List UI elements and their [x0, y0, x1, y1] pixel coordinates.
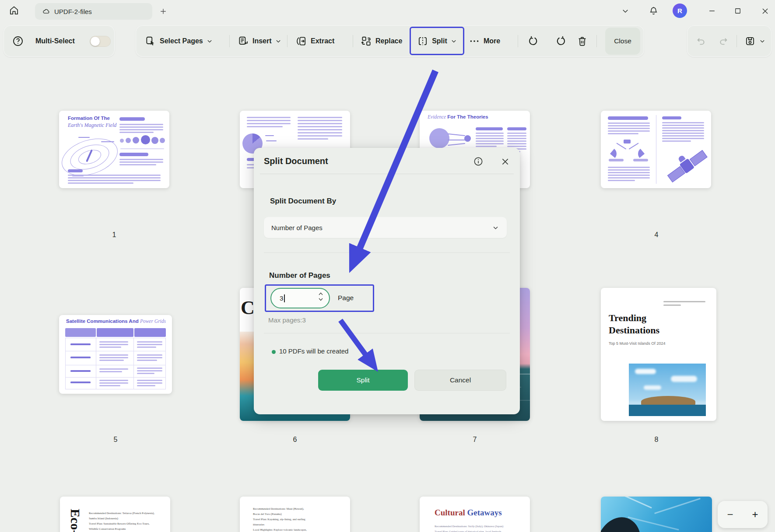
- page6-letter: C: [241, 297, 255, 319]
- cancel-button[interactable]: Cancel: [414, 370, 506, 391]
- insert-button[interactable]: Insert: [238, 26, 281, 56]
- status-text: 10 PDFs will be created: [279, 347, 348, 355]
- status-dot: [272, 350, 276, 354]
- text-caret: [284, 294, 285, 302]
- undo-button[interactable]: [695, 26, 706, 56]
- save-button[interactable]: [744, 26, 756, 56]
- split-by-label: Split Document By: [270, 197, 336, 206]
- toolbar-separator: [353, 35, 353, 47]
- chevron-down-icon: [207, 38, 213, 44]
- page12-photo: [601, 497, 712, 532]
- dialog-divider: [264, 252, 510, 253]
- new-tab-button[interactable]: [157, 5, 170, 18]
- close-window-button[interactable]: [758, 4, 771, 18]
- close-icon: [761, 7, 769, 15]
- home-button[interactable]: [6, 3, 22, 18]
- page-thumbnail-9[interactable]: Eco- Recommended Destinations: Tetiaroa …: [60, 497, 170, 532]
- multi-select-label: Multi-Select: [35, 26, 75, 56]
- redo-icon: [718, 36, 729, 47]
- tab-title: UPDF-2-files: [54, 8, 92, 15]
- page-thumbnail-8[interactable]: Trending Destinations Top 5 Must-Visit I…: [601, 288, 716, 421]
- page-thumbnail-12[interactable]: [601, 497, 712, 532]
- page8-header-line: [663, 301, 705, 302]
- satellite-illustration: [661, 141, 711, 188]
- zoom-controls: − +: [718, 501, 768, 528]
- delete-pages-button[interactable]: [576, 26, 588, 56]
- tabs-dropdown-button[interactable]: [619, 4, 632, 18]
- page-thumbnail-10[interactable]: Recommended Destinations: Maui (Hawaii),…: [240, 497, 350, 532]
- chevron-down-icon: [275, 38, 281, 44]
- rotate-right-button[interactable]: [555, 26, 567, 56]
- cloud-icon: [42, 7, 50, 16]
- page3-title-rest: For The Theories: [447, 114, 488, 119]
- split-confirm-button[interactable]: Split: [318, 370, 408, 391]
- split-by-select[interactable]: Number of Pages: [264, 217, 507, 238]
- maximize-button[interactable]: [731, 4, 744, 18]
- split-icon: [417, 35, 428, 47]
- page-thumbnail-1[interactable]: Formation Of The Earth's Magnetic Field: [59, 111, 169, 188]
- split-label: Split: [432, 37, 447, 45]
- rotate-left-button[interactable]: [527, 26, 539, 56]
- close-tool-button[interactable]: Close: [605, 28, 640, 55]
- zoom-out-button[interactable]: −: [727, 508, 733, 521]
- redo-button[interactable]: [718, 26, 729, 56]
- split-document-dialog: Split Document Split Document By Number …: [254, 148, 520, 414]
- page8-title-line1: Trending: [609, 312, 646, 324]
- save-options-button[interactable]: [759, 26, 765, 56]
- extract-button[interactable]: Extract: [296, 26, 334, 56]
- page10-text: Recommended Destinations: Maui (Hawaii),…: [253, 506, 307, 532]
- avatar[interactable]: R: [673, 4, 687, 18]
- bell-icon: [649, 6, 659, 16]
- right-toolbar-group: [687, 25, 771, 57]
- page11-text: Recommended Destinations: Sicily (Italy)…: [435, 524, 503, 532]
- number-stepper[interactable]: [318, 292, 323, 301]
- toolbar-separator: [736, 35, 737, 47]
- page-label-1: 1: [101, 231, 127, 239]
- page-label-8: 8: [643, 436, 670, 444]
- pages-count-input[interactable]: 3: [270, 288, 330, 308]
- page8-title-line2: Destinations: [609, 325, 659, 336]
- page11-title-blue: Getaways: [467, 508, 501, 517]
- stepper-up-icon[interactable]: [318, 292, 323, 296]
- more-icon: [469, 35, 480, 47]
- dialog-info-button[interactable]: [473, 156, 484, 167]
- dialog-close-button[interactable]: [499, 156, 511, 167]
- page5-title-em: Power Grids: [140, 318, 166, 324]
- page-thumbnail-11[interactable]: Cultural Getaways Recommended Destinatio…: [420, 497, 530, 532]
- chevron-down-icon: [621, 7, 629, 15]
- split-by-selected-value: Number of Pages: [271, 224, 323, 231]
- toolbar-separator: [287, 35, 288, 47]
- pages-count-value: 3: [280, 294, 283, 302]
- document-tab[interactable]: UPDF-2-files: [35, 3, 152, 20]
- toolbar-separator: [596, 35, 597, 47]
- more-button[interactable]: More: [469, 26, 500, 56]
- page3-title-em: Evidence: [428, 114, 446, 119]
- dialog-divider: [260, 174, 514, 174]
- stepper-down-icon[interactable]: [318, 298, 323, 301]
- minimize-button[interactable]: [705, 4, 719, 18]
- extract-label: Extract: [311, 37, 334, 45]
- plus-icon: [159, 7, 168, 16]
- number-of-pages-label: Number of Pages: [269, 271, 330, 280]
- page1-title-line1: Formation Of The: [68, 116, 110, 121]
- left-toolbar-group: Multi-Select: [4, 25, 115, 57]
- select-pages-button[interactable]: Select Pages: [145, 26, 213, 56]
- extract-icon: [296, 35, 307, 47]
- split-button[interactable]: Split: [410, 27, 464, 55]
- insert-label: Insert: [252, 37, 272, 45]
- page-thumbnail-4[interactable]: [601, 111, 711, 188]
- dialog-title: Split Document: [264, 156, 328, 166]
- replace-button[interactable]: Replace: [361, 26, 402, 56]
- multi-select-toggle[interactable]: [90, 36, 111, 47]
- undo-icon: [695, 36, 706, 47]
- page11-title-red: Cultural: [435, 508, 465, 517]
- page-thumbnail-5[interactable]: Satellite Communications And Power Grids: [59, 315, 172, 394]
- close-icon: [501, 157, 510, 166]
- zoom-in-button[interactable]: +: [752, 508, 758, 521]
- notifications-button[interactable]: [647, 4, 660, 18]
- help-button[interactable]: [12, 26, 24, 56]
- toolbar-separator: [518, 35, 518, 47]
- select-pages-label: Select Pages: [160, 37, 203, 45]
- insert-icon: [238, 35, 249, 47]
- cancel-label: Cancel: [450, 376, 471, 384]
